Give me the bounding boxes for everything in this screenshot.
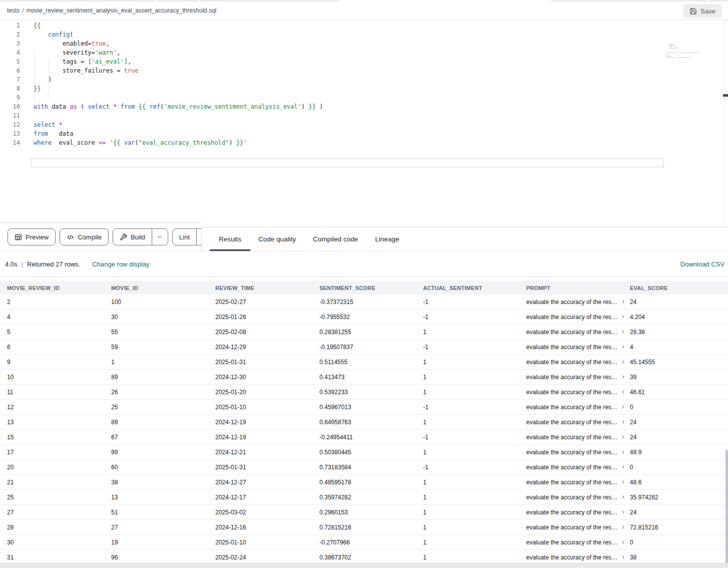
chevron-down-icon [157,234,163,240]
cell-actual_sentiment: 1 [423,539,526,546]
prompt-text: evaluate the accuracy of the res… [526,479,617,486]
expand-prompt-chevron-icon[interactable] [621,300,625,304]
build-dropdown-toggle[interactable] [152,229,168,245]
cell-movie_id: 26 [111,389,215,396]
cell-sentiment_score: 0.50380445 [319,449,423,456]
column-header: REVIEW_TIME [215,285,319,291]
change-row-display-link[interactable]: Change row display [92,260,149,268]
editor-scrollbar-marker[interactable] [723,94,728,97]
tab-code-quality[interactable]: Code quality [258,227,296,251]
expand-prompt-chevron-icon[interactable] [621,390,625,394]
cell-actual_sentiment: 1 [423,479,526,486]
expand-prompt-chevron-icon[interactable] [621,555,625,559]
cell-sentiment_score: -0.37372315 [319,299,423,306]
tab-results[interactable]: Results [219,227,241,251]
cell-movie_review_id: 20 [7,464,111,471]
table-header-row: MOVIE_REVIEW_ID MOVIE_ID REVIEW_TIME SEN… [0,281,728,295]
cell-review_time: 2025-01-20 [215,389,319,396]
table-row: 21002025-02-27-0.37372315-1evaluate the … [0,295,728,310]
cell-movie_review_id: 12 [7,404,111,411]
cell-movie_id: 19 [111,539,215,546]
cell-movie_review_id: 4 [7,314,111,321]
expand-prompt-chevron-icon[interactable] [621,525,625,529]
column-header: ACTUAL_SENTIMENT [423,285,526,291]
expand-prompt-chevron-icon[interactable] [621,450,625,454]
cell-movie_id: 1 [111,359,215,366]
results-tabs: Results Code quality Compiled code Linea… [201,227,728,251]
expand-prompt-chevron-icon[interactable] [621,465,625,469]
prompt-text: evaluate the accuracy of the res… [526,419,617,426]
prompt-text: evaluate the accuracy of the res… [526,344,617,351]
cell-prompt: evaluate the accuracy of the res… [526,329,630,336]
vertical-scrollbar-thumb[interactable] [725,450,728,563]
table-row: 5552025-02-080.283812551evaluate the acc… [0,325,728,340]
tab-compiled-code[interactable]: Compiled code [313,227,358,251]
expand-prompt-chevron-icon[interactable] [621,510,625,514]
cell-actual_sentiment: -1 [423,464,526,471]
expand-prompt-chevron-icon[interactable] [621,375,625,379]
cell-sentiment_score: 0.5114555 [319,359,423,366]
preview-button[interactable]: Preview [8,228,56,245]
horizontal-scrollbar[interactable] [0,563,728,568]
cell-eval_score: 24 [630,419,728,426]
cell-movie_id: 96 [111,554,215,561]
save-button[interactable]: Save [683,4,722,18]
tab-lineage[interactable]: Lineage [375,227,399,251]
code-line: where eval_score <= '{{ var("eval_accura… [666,57,712,58]
expand-prompt-chevron-icon[interactable] [621,315,625,319]
cell-movie_review_id: 27 [7,509,111,516]
cell-prompt: evaluate the accuracy of the res… [526,464,630,471]
cell-eval_score: 49.9 [630,449,728,456]
expand-prompt-chevron-icon[interactable] [621,435,625,439]
cell-eval_score: 4 [630,344,728,351]
prompt-text: evaluate the accuracy of the res… [526,374,617,381]
cell-movie_id: 55 [111,329,215,336]
code-line: {{ [34,21,323,30]
tab-label: Compiled code [313,235,358,243]
download-csv-link[interactable]: Download CSV [680,260,724,268]
cell-eval_score: 46.61 [630,389,728,396]
cell-prompt: evaluate the accuracy of the res… [526,374,630,381]
cell-eval_score: 24 [630,434,728,441]
prompt-text: evaluate the accuracy of the res… [526,509,617,516]
expand-prompt-chevron-icon[interactable] [621,330,625,334]
expand-prompt-chevron-icon[interactable] [621,495,625,499]
cell-prompt: evaluate the accuracy of the res… [526,404,630,411]
cell-actual_sentiment: -1 [423,314,526,321]
cell-review_time: 2025-01-31 [215,359,319,366]
cell-movie_id: 38 [111,479,215,486]
cell-review_time: 2024-12-30 [215,374,319,381]
cell-sentiment_score: -0.2707966 [319,539,423,546]
expand-prompt-chevron-icon[interactable] [621,540,625,544]
cell-eval_score: 28.38 [630,329,728,336]
code-icon [67,233,74,241]
compile-button[interactable]: Compile [60,228,109,245]
cell-movie_id: 13 [111,494,215,501]
cell-movie_id: 25 [111,404,215,411]
cell-review_time: 2025-02-24 [215,554,319,561]
lint-button[interactable]: Lint [173,229,196,245]
editor-minimap[interactable]: {{ config( enabled=true, severity='warn'… [666,42,712,62]
cell-actual_sentiment: -1 [423,434,526,441]
expand-prompt-chevron-icon[interactable] [621,405,625,409]
line-number: 8 [0,84,20,93]
cell-movie_id: 100 [111,299,215,306]
expand-prompt-chevron-icon[interactable] [621,360,625,364]
cell-actual_sentiment: 1 [423,374,526,381]
expand-prompt-chevron-icon[interactable] [621,345,625,349]
tab-label: Code quality [258,235,296,243]
cell-movie_review_id: 31 [7,554,111,561]
line-number: 9 [0,93,20,102]
build-button[interactable]: Build [113,229,152,245]
expand-prompt-chevron-icon[interactable] [621,480,625,484]
table-row: 11262025-01-200.53922331evaluate the acc… [0,385,728,400]
cell-movie_id: 99 [111,449,215,456]
editor-scrollbar-track [724,20,725,222]
line-number: 11 [0,111,20,120]
code-editor[interactable]: 1234567891011121314 {{ config( enabled=t… [0,20,728,222]
expand-prompt-chevron-icon[interactable] [621,420,625,424]
table-row: 10892024-12-300.4134731evaluate the accu… [0,370,728,385]
cell-movie_review_id: 6 [7,344,111,351]
cell-eval_score: 4.204 [630,314,728,321]
build-split-button: Build [113,228,168,245]
